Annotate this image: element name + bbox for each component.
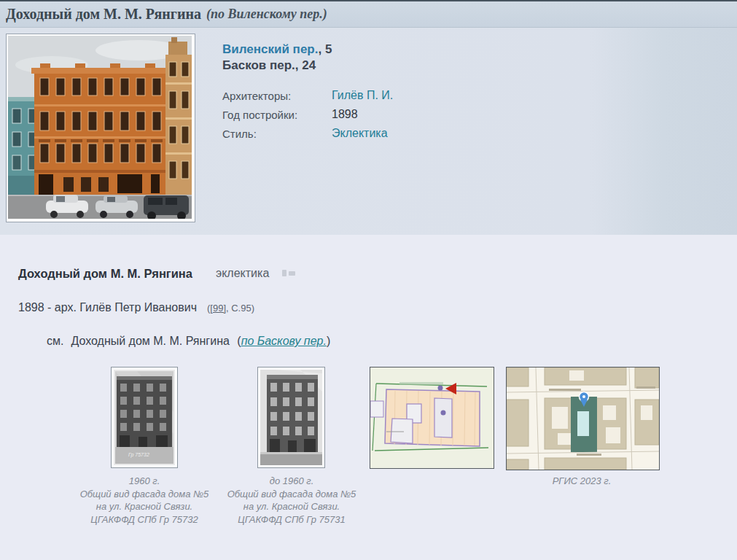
page-title-suffix: (по Виленскому пер.) xyxy=(206,7,327,22)
year-value: 1898 xyxy=(332,108,358,121)
page: Доходный дом М. М. Рянгина (по Виленском… xyxy=(0,0,737,560)
address-street-link[interactable]: Виленский пер. xyxy=(222,42,318,56)
caption-rgis-map: РГИС 2023 г. xyxy=(505,475,658,488)
field-row-style: Стиль: Эклектика xyxy=(222,124,393,143)
construction-row: 1898 - арх. Гилёв Петр Иванович ([99], С… xyxy=(18,301,254,314)
reference-close: , С.95) xyxy=(226,303,254,314)
caption-line: на ул. Красной Связи. xyxy=(215,500,368,513)
address-line-2: Басков пер., 24 xyxy=(222,58,332,74)
see-also-link[interactable]: по Баскову пер. xyxy=(241,335,327,347)
field-label: Стиль: xyxy=(222,128,332,140)
main-building-photo[interactable] xyxy=(6,34,195,222)
page-header: Доходный дом М. М. Рянгина (по Виленском… xyxy=(0,1,737,28)
caption-line: ЦГАКФФД СПб Гр 75732 xyxy=(68,513,221,526)
field-label: Архитекторы: xyxy=(222,90,332,102)
address-house-number: , 5 xyxy=(318,42,332,56)
field-label: Год постройки: xyxy=(222,109,332,121)
article-title-row: Доходный дом М. М. Рянгина эклектика xyxy=(18,267,192,281)
gallery-thumb-cadastral-plan[interactable] xyxy=(370,367,494,469)
see-also-paren-close: ) xyxy=(327,335,330,347)
cadastral-plan-image xyxy=(370,368,494,468)
construction-text: 1898 - арх. Гилёв Петр Иванович xyxy=(18,301,197,314)
caption-line: Общий вид фасада дома №5 xyxy=(215,488,368,501)
building-photo-image xyxy=(8,36,192,219)
field-row-year: Год постройки: 1898 xyxy=(222,105,393,124)
caption-line: Общий вид фасада дома №5 xyxy=(68,488,221,501)
see-also-prefix: см. xyxy=(47,335,63,347)
gallery-thumb-rgis-map[interactable] xyxy=(506,367,660,470)
article-title: Доходный дом М. М. Рянгина xyxy=(18,267,192,281)
caption-line: ЦГАКФФД СПб Гр 75731 xyxy=(215,513,368,526)
caption-pre1960-photo: до 1960 г. Общий вид фасада дома №5 на у… xyxy=(215,475,368,526)
reference-note: ([99], С.95) xyxy=(207,303,254,314)
architect-link[interactable]: Гилёв П. И. xyxy=(332,89,393,102)
building-summary-section: Виленский пер., 5 Басков пер., 24 Архите… xyxy=(0,28,737,235)
see-also-row: см.Доходный дом М. М. Рянгина (по Басков… xyxy=(47,335,330,348)
gallery-thumb-1960-photo[interactable]: Гр 75732 xyxy=(111,367,178,468)
gallery-thumb-pre1960-photo[interactable] xyxy=(257,367,325,468)
article-section: Доходный дом М. М. Рянгина эклектика 189… xyxy=(0,235,737,560)
page-title: Доходный дом М. М. Рянгина xyxy=(0,6,201,23)
caption-1960-photo: 1960 г. Общий вид фасада дома №5 на ул. … xyxy=(68,475,221,526)
caption-line: на ул. Красной Связи. xyxy=(68,500,221,513)
article-style-tag: эклектика xyxy=(216,267,269,280)
caption-line: 1960 г. xyxy=(68,475,221,488)
address-line-1: Виленский пер., 5 xyxy=(222,42,332,58)
see-also-title: Доходный дом М. М. Рянгина xyxy=(71,335,229,347)
archival-photo-2-image xyxy=(260,370,322,465)
style-link[interactable]: Эклектика xyxy=(332,127,388,140)
faint-badge-icon xyxy=(282,270,295,276)
rgis-map-image xyxy=(507,368,659,470)
svg-text:Гр 75732: Гр 75732 xyxy=(128,452,149,458)
building-fields: Архитекторы: Гилёв П. И. Год постройки: … xyxy=(222,86,393,143)
field-row-architects: Архитекторы: Гилёв П. И. xyxy=(222,86,393,105)
archival-photo-1-image: Гр 75732 xyxy=(114,370,175,465)
caption-line: РГИС 2023 г. xyxy=(505,475,658,488)
reference-link[interactable]: [99] xyxy=(210,303,226,314)
address-block: Виленский пер., 5 Басков пер., 24 xyxy=(222,42,332,74)
caption-line: до 1960 г. xyxy=(215,475,368,488)
